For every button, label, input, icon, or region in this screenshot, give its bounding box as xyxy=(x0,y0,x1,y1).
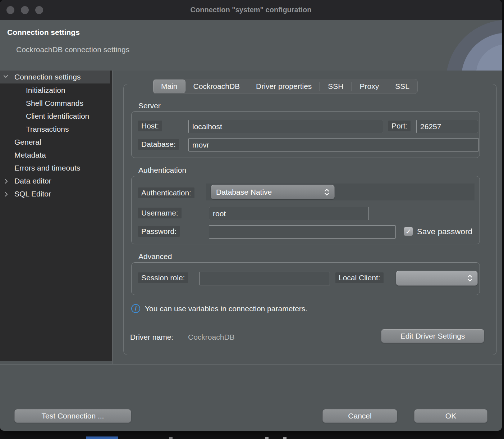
connection-tabbar: Main CockroachDB Driver properties SSH P… xyxy=(153,79,418,94)
driver-name-label: Driver name: xyxy=(130,333,173,341)
local-client-label: Local Client: xyxy=(335,272,384,283)
desktop-background-artifact xyxy=(169,437,173,439)
driver-name-value: CockroachDB xyxy=(188,333,235,341)
sidebar-item-data-editor[interactable]: Data editor xyxy=(0,175,110,187)
sidebar-item-label: Errors and timeouts xyxy=(14,162,80,175)
host-input[interactable] xyxy=(188,120,383,133)
sidebar-item-sql-editor[interactable]: SQL Editor xyxy=(0,187,110,200)
settings-tree-sidebar: Connection settings Initialization Shell… xyxy=(0,71,112,361)
test-connection-button[interactable]: Test Connection ... xyxy=(14,409,131,423)
checkmark-icon: ✓ xyxy=(406,228,411,235)
sidebar-item-shell-commands[interactable]: Shell Commands xyxy=(0,97,110,110)
sidebar-item-connection-settings[interactable]: Connection settings xyxy=(0,71,110,83)
host-label: Host: xyxy=(138,121,162,131)
database-label: Database: xyxy=(138,139,179,150)
server-group-title: Server xyxy=(138,101,161,110)
desktop-background-artifact xyxy=(265,437,269,439)
username-input[interactable] xyxy=(209,207,369,220)
sidebar-item-label: Data editor xyxy=(14,175,51,187)
zoom-window-button[interactable] xyxy=(35,6,43,14)
chevron-down-icon xyxy=(3,74,9,79)
sidebar-item-label: Metadata xyxy=(14,149,46,162)
info-text: You can use variables in connection para… xyxy=(145,304,307,313)
page-subtitle: CockroachDB connection settings xyxy=(16,45,129,54)
footer-divider xyxy=(0,364,502,365)
wizard-header: Connection settings CockroachDB connecti… xyxy=(0,20,502,71)
updown-chevrons-icon xyxy=(324,188,329,196)
authentication-group-title: Authentication xyxy=(138,166,186,175)
username-label: Username: xyxy=(138,208,182,218)
sidebar-item-initialization[interactable]: Initialization xyxy=(0,84,110,97)
session-role-input[interactable] xyxy=(199,272,330,285)
chevron-right-icon xyxy=(4,178,9,184)
sidebar-item-label: Shell Commands xyxy=(26,97,83,110)
ok-button[interactable]: OK xyxy=(414,409,487,423)
save-password-checkbox[interactable]: ✓ xyxy=(404,227,413,236)
sidebar-item-metadata[interactable]: Metadata xyxy=(0,149,110,162)
sidebar-item-errors-and-timeouts[interactable]: Errors and timeouts xyxy=(0,162,110,175)
sidebar-item-label: Client identification xyxy=(26,110,89,123)
advanced-group: Session role: Local Client: xyxy=(131,262,480,295)
desktop-background-artifact xyxy=(283,437,287,439)
sidebar-item-general[interactable]: General xyxy=(0,136,110,149)
tab-proxy[interactable]: Proxy xyxy=(352,80,387,93)
cancel-button[interactable]: Cancel xyxy=(322,409,397,423)
authentication-label: Authentication: xyxy=(138,187,194,198)
tab-main[interactable]: Main xyxy=(153,80,185,93)
advanced-group-title: Advanced xyxy=(138,252,172,261)
minimize-window-button[interactable] xyxy=(21,6,29,14)
sidebar-item-label: Transactions xyxy=(26,123,69,136)
sidebar-item-label: Initialization xyxy=(26,84,65,97)
edit-driver-settings-button[interactable]: Edit Driver Settings xyxy=(381,329,484,343)
local-client-select[interactable] xyxy=(396,271,478,286)
tab-driver-properties[interactable]: Driver properties xyxy=(248,80,320,93)
info-icon: i xyxy=(131,304,140,313)
tab-ssl[interactable]: SSL xyxy=(387,80,417,93)
session-role-label: Session role: xyxy=(138,272,188,283)
sidebar-item-label: General xyxy=(14,136,41,149)
password-input[interactable] xyxy=(209,225,396,239)
port-label: Port: xyxy=(388,121,411,131)
server-group: Host: Port: Database: xyxy=(131,111,480,158)
connection-configuration-dialog: Connection "system" configuration Connec… xyxy=(0,0,502,431)
page-title: Connection settings xyxy=(7,28,80,37)
sidebar-item-transactions[interactable]: Transactions xyxy=(0,123,110,136)
driver-section-divider xyxy=(124,322,496,322)
close-window-button[interactable] xyxy=(6,6,14,14)
titlebar: Connection "system" configuration xyxy=(0,0,502,20)
tab-cockroachdb[interactable]: CockroachDB xyxy=(185,80,248,93)
sidebar-resize-sash[interactable] xyxy=(113,71,113,365)
database-input[interactable] xyxy=(188,138,479,151)
authentication-select[interactable]: Database Native xyxy=(211,185,335,199)
header-swoosh-decoration xyxy=(439,20,502,71)
authentication-group: Authentication: Database Native Username… xyxy=(131,176,480,244)
sidebar-item-label: SQL Editor xyxy=(14,187,51,200)
updown-chevrons-icon xyxy=(467,274,472,282)
password-label: Password: xyxy=(138,226,180,237)
desktop-background-artifact xyxy=(86,436,118,439)
sidebar-item-label: Connection settings xyxy=(14,71,81,83)
save-password-label: Save password xyxy=(417,227,472,236)
window-title: Connection "system" configuration xyxy=(0,0,502,20)
authentication-selected-value: Database Native xyxy=(216,188,324,196)
chevron-right-icon xyxy=(4,191,9,197)
tab-ssh[interactable]: SSH xyxy=(320,80,351,93)
sidebar-item-client-identification[interactable]: Client identification xyxy=(0,110,110,123)
port-input[interactable] xyxy=(416,120,478,133)
